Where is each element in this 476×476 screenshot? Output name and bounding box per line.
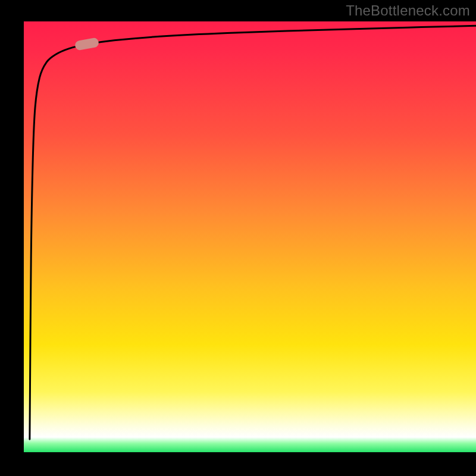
watermark-text: TheBottleneck.com — [346, 2, 470, 19]
plot-area — [24, 21, 476, 452]
bottleneck-curve — [30, 26, 476, 439]
curve-layer — [24, 21, 476, 452]
chart-frame: TheBottleneck.com — [0, 0, 476, 476]
